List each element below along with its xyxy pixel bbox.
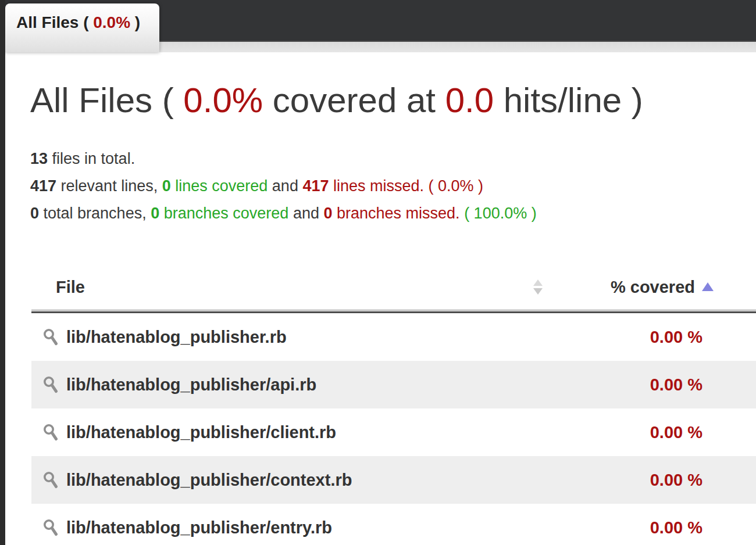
covered-cell: 0.00 % bbox=[564, 423, 756, 442]
stats-branches-line: 0 total branches, 0 branches covered and… bbox=[30, 200, 537, 227]
branches-missed-count: 0 bbox=[323, 205, 332, 222]
file-cell[interactable]: lib/hatenablog_publisher/api.rb bbox=[31, 375, 564, 395]
title-covered-pct: 0.0% bbox=[183, 81, 263, 120]
sort-up-glyph bbox=[533, 279, 543, 286]
file-name: lib/hatenablog_publisher.rb bbox=[66, 328, 287, 347]
magnifier-icon bbox=[42, 424, 59, 442]
file-name: lib/hatenablog_publisher/client.rb bbox=[66, 423, 336, 442]
total-branches-count: 0 bbox=[30, 205, 39, 222]
covered-cell: 0.00 % bbox=[564, 518, 756, 537]
lines-covered-count: 0 bbox=[162, 177, 171, 195]
covered-cell: 0.00 % bbox=[564, 328, 756, 347]
tab-percent: 0.0% bbox=[93, 13, 130, 31]
magnifier-icon bbox=[42, 328, 59, 346]
title-suffix: hits/line ) bbox=[504, 81, 643, 120]
covered-cell: 0.00 % bbox=[564, 375, 756, 395]
summary-stats: 13 files in total. 417 relevant lines, 0… bbox=[30, 145, 537, 227]
table-row[interactable]: lib/hatenablog_publisher/entry.rb 0.00 % bbox=[31, 504, 756, 545]
table-row[interactable]: lib/hatenablog_publisher/client.rb 0.00 … bbox=[31, 408, 756, 456]
branches-covered-pct: ( 100.0% ) bbox=[464, 205, 537, 222]
stats-files-line: 13 files in total. bbox=[30, 145, 537, 173]
file-cell[interactable]: lib/hatenablog_publisher/entry.rb bbox=[31, 518, 564, 537]
file-name: lib/hatenablog_publisher/context.rb bbox=[66, 471, 352, 490]
file-cell[interactable]: lib/hatenablog_publisher/context.rb bbox=[31, 471, 564, 490]
sort-ascending-icon bbox=[702, 282, 714, 291]
sort-down-glyph bbox=[533, 288, 543, 295]
file-cell[interactable]: lib/hatenablog_publisher/client.rb bbox=[31, 423, 564, 442]
lines-missed-count: 417 bbox=[302, 177, 329, 195]
column-header-covered[interactable]: % covered bbox=[564, 278, 756, 297]
content-area: All Files ( 0.0% covered at 0.0 hits/lin… bbox=[5, 52, 756, 545]
page-edge bbox=[0, 0, 5, 545]
tab-label-suffix: ) bbox=[135, 13, 140, 31]
tab-all-files[interactable]: All Files ( 0.0% ) bbox=[5, 3, 159, 52]
file-name: lib/hatenablog_publisher/api.rb bbox=[66, 375, 316, 395]
page-title: All Files ( 0.0% covered at 0.0 hits/lin… bbox=[30, 83, 643, 118]
title-hits: 0.0 bbox=[445, 81, 494, 120]
table-row[interactable]: lib/hatenablog_publisher.rb 0.00 % bbox=[31, 313, 756, 361]
file-name: lib/hatenablog_publisher/entry.rb bbox=[66, 518, 332, 537]
magnifier-icon bbox=[42, 376, 59, 394]
file-cell[interactable]: lib/hatenablog_publisher.rb bbox=[31, 328, 564, 347]
table-header-row: File % covered bbox=[31, 264, 756, 310]
files-count: 13 bbox=[30, 150, 48, 167]
coverage-report-page: All Files ( 0.0% ) All Files ( 0.0% cove… bbox=[0, 0, 756, 545]
covered-cell: 0.00 % bbox=[564, 471, 756, 490]
tab-label-prefix: All Files ( bbox=[16, 13, 88, 31]
table-row[interactable]: lib/hatenablog_publisher/context.rb 0.00… bbox=[31, 456, 756, 504]
title-prefix: All Files ( bbox=[30, 81, 174, 120]
branches-covered-count: 0 bbox=[151, 205, 159, 222]
file-coverage-table: File % covered lib/ bbox=[31, 264, 756, 545]
lines-covered-pct: ( 0.0% ) bbox=[429, 177, 484, 195]
relevant-lines-count: 417 bbox=[30, 177, 56, 195]
magnifier-icon bbox=[42, 519, 59, 537]
table-row[interactable]: lib/hatenablog_publisher/api.rb 0.00 % bbox=[31, 361, 756, 408]
magnifier-icon bbox=[42, 471, 59, 489]
stats-lines-line: 417 relevant lines, 0 lines covered and … bbox=[30, 173, 537, 200]
sort-both-icon bbox=[533, 279, 543, 295]
title-middle: covered at bbox=[273, 81, 436, 120]
column-header-file[interactable]: File bbox=[31, 278, 564, 297]
